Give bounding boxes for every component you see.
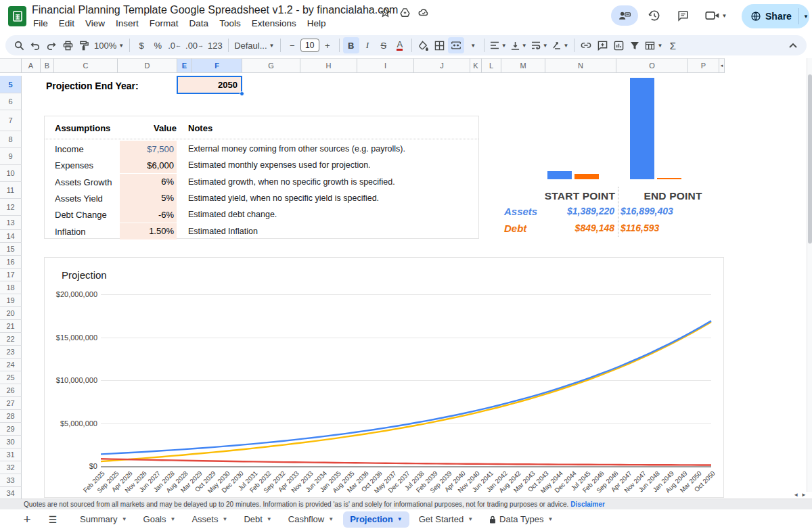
horizontal-align-button[interactable]: ▼ [488, 37, 509, 53]
end-year-cell-label[interactable]: Projection End Year: [46, 80, 139, 91]
row-header-19[interactable]: 19 [0, 294, 22, 307]
zoom-select[interactable]: 100%▼ [92, 37, 126, 53]
column-header-J[interactable]: J [414, 58, 470, 73]
row-header-25[interactable]: 25 [0, 371, 22, 384]
menu-format[interactable]: Format [144, 17, 184, 30]
row-header-5[interactable]: 5 [0, 76, 22, 93]
column-header-C[interactable]: C [54, 58, 118, 73]
add-sheet-button[interactable]: + [19, 512, 35, 527]
fill-color-button[interactable] [415, 37, 432, 53]
column-header-H[interactable]: H [300, 58, 357, 73]
column-header-I[interactable]: I [357, 58, 414, 73]
increase-decimal-button[interactable]: .00→ [183, 37, 206, 53]
italic-button[interactable]: I [359, 37, 376, 53]
tab-get-started[interactable]: Get Started▼ [412, 511, 480, 528]
column-header-F[interactable]: F [192, 58, 242, 73]
tab-menu-caret-icon[interactable]: ▼ [468, 516, 473, 522]
row-header-9[interactable]: 9 [0, 148, 22, 165]
column-header-M[interactable]: M [501, 58, 545, 73]
create-filter-button[interactable] [627, 37, 643, 53]
column-header-D[interactable]: D [118, 58, 177, 73]
tab-projection[interactable]: Projection▼ [343, 511, 409, 528]
insert-link-button[interactable] [578, 37, 594, 53]
column-header-L[interactable]: L [482, 58, 501, 73]
row-header-26[interactable]: 26 [0, 384, 22, 397]
font-size-input[interactable]: 10 [300, 39, 319, 52]
tab-menu-caret-icon[interactable]: ▼ [122, 516, 127, 522]
menu-insert[interactable]: Insert [110, 17, 144, 30]
table-button[interactable]: ▼ [643, 37, 664, 53]
disclaimer-link[interactable]: Disclaimer [570, 501, 605, 508]
bar-debt-end[interactable] [657, 178, 681, 180]
column-header-A[interactable]: A [22, 58, 41, 73]
assumption-value[interactable]: $7,500 [120, 141, 177, 157]
row-header-14[interactable]: 14 [0, 230, 22, 243]
row-header-27[interactable]: 27 [0, 397, 22, 410]
menu-file[interactable]: File [28, 17, 53, 30]
row-header-23[interactable]: 23 [0, 346, 22, 359]
print-button[interactable] [60, 37, 76, 53]
tab-debt[interactable]: Debt▼ [237, 511, 278, 528]
row-header-18[interactable]: 18 [0, 281, 22, 294]
decrease-font-size-button[interactable]: − [284, 37, 300, 53]
increase-font-size-button[interactable]: + [319, 37, 336, 53]
redo-button[interactable] [43, 37, 60, 53]
bar-assets-end[interactable] [630, 78, 654, 179]
menu-data[interactable]: Data [184, 17, 215, 30]
grid-corner-box[interactable] [0, 58, 22, 73]
row-header-12[interactable]: 12 [0, 199, 22, 216]
share-button[interactable]: Share ▼ [742, 4, 809, 28]
assumption-value[interactable]: 6% [120, 174, 177, 190]
format-currency-button[interactable]: $ [133, 37, 150, 53]
horizontal-scroll-arrows[interactable]: ◄► [793, 492, 809, 498]
paint-format-button[interactable] [76, 37, 92, 53]
row-header-32[interactable]: 32 [0, 461, 22, 474]
strikethrough-button[interactable]: S [376, 37, 392, 53]
row-header-6[interactable]: 6 [0, 93, 22, 110]
star-icon[interactable] [379, 6, 391, 18]
search-icon[interactable] [11, 37, 27, 53]
projection-line-chart[interactable]: Projection $20,000,000$15,000,000$10,000… [44, 257, 724, 498]
vertical-scrollbar-thumb[interactable] [808, 74, 812, 244]
merge-cells-caret[interactable]: ▼ [464, 37, 480, 53]
column-header-P[interactable]: P [688, 58, 719, 73]
column-header-N[interactable]: N [545, 58, 616, 73]
join-call-button[interactable]: ▼ [701, 5, 731, 26]
collaborators-icon[interactable] [611, 5, 638, 26]
format-percent-button[interactable]: % [150, 37, 166, 53]
vertical-scrollbar[interactable] [807, 58, 812, 492]
tab-menu-caret-icon[interactable]: ▼ [222, 516, 227, 522]
bold-button[interactable]: B [343, 37, 359, 53]
tab-menu-caret-icon[interactable]: ▼ [548, 516, 554, 522]
document-status-cloud-icon[interactable] [418, 6, 430, 18]
bar-assets-start[interactable] [547, 171, 572, 179]
insert-comment-button[interactable] [594, 37, 610, 53]
collapse-toolbar-icon[interactable] [785, 37, 801, 53]
selected-cell[interactable]: 2050 [177, 76, 242, 94]
tab-menu-caret-icon[interactable]: ▼ [171, 516, 176, 522]
menu-edit[interactable]: Edit [53, 17, 80, 30]
tab-menu-caret-icon[interactable]: ▼ [328, 516, 334, 522]
tab-data-types[interactable]: Data Types▼ [482, 511, 560, 528]
assumption-value[interactable]: 1.50% [120, 223, 177, 239]
functions-button[interactable]: Σ [664, 37, 681, 53]
row-header-8[interactable]: 8 [0, 131, 22, 148]
row-header-17[interactable]: 17 [0, 269, 22, 281]
row-header-13[interactable]: 13 [0, 216, 22, 230]
tab-cashflow[interactable]: Cashflow▼ [281, 511, 340, 528]
row-header-15[interactable]: 15 [0, 243, 22, 256]
text-color-button[interactable]: A [392, 37, 408, 53]
row-header-24[interactable]: 24 [0, 359, 22, 371]
row-header-11[interactable]: 11 [0, 182, 22, 199]
hidden-columns-marker-icon[interactable]: ◂ [719, 58, 725, 73]
tab-assets[interactable]: Assets▼ [185, 511, 234, 528]
row-header-22[interactable]: 22 [0, 333, 22, 346]
all-sheets-menu-icon[interactable]: ☰ [45, 514, 61, 525]
row-header-29[interactable]: 29 [0, 423, 22, 436]
bar-debt-start[interactable] [574, 174, 599, 179]
selection-fill-handle[interactable] [240, 91, 244, 96]
assumption-value[interactable]: -6% [120, 206, 177, 223]
sheet-canvas[interactable]: Projection End Year: 2050 Assumptions Va… [22, 73, 808, 499]
undo-button[interactable] [27, 37, 43, 53]
row-header-7[interactable]: 7 [0, 110, 22, 131]
